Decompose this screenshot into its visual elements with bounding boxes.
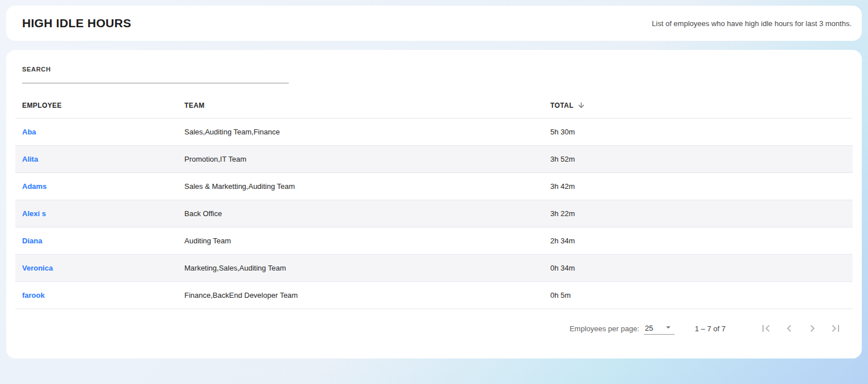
pagination-bar: Employees per page: 25 1 – 7 of 7 (15, 322, 853, 335)
employee-cell: Alexi s (15, 209, 178, 218)
search-input[interactable] (22, 73, 289, 81)
search-field: SEARCH (22, 66, 289, 83)
employee-link[interactable]: Adams (22, 182, 47, 191)
column-header-total[interactable]: TOTAL (543, 101, 853, 109)
table-body: AbaSales,Auditing Team,Finance5h 30mAlit… (15, 119, 853, 309)
table-row: DianaAuditing Team2h 34m (15, 227, 853, 255)
first-page-button[interactable] (759, 322, 773, 335)
table-row: farookFinance,BackEnd Developer Team0h 5… (15, 282, 853, 309)
table-row: Alexi sBack Office3h 22m (15, 200, 853, 227)
page-title: HIGH IDLE HOURS (22, 16, 131, 30)
employee-link[interactable]: Diana (22, 237, 42, 245)
employee-cell: Alita (15, 155, 178, 163)
employee-link[interactable]: Alita (22, 155, 38, 163)
employee-table: EMPLOYEE TEAM TOTAL AbaSales,Auditing Te… (15, 92, 853, 309)
per-page-label: Employees per page: (570, 324, 639, 333)
employee-link[interactable]: Veronica (22, 264, 53, 272)
total-cell: 0h 34m (543, 264, 853, 272)
team-cell: Back Office (178, 209, 543, 218)
per-page-value: 25 (645, 324, 653, 332)
table-header-row: EMPLOYEE TEAM TOTAL (15, 92, 853, 119)
arrow-drop-down-icon (663, 322, 673, 332)
table-row: AdamsSales & Marketting,Auditing Team3h … (15, 173, 853, 200)
total-cell: 5h 30m (543, 128, 853, 136)
previous-page-button[interactable] (782, 322, 796, 335)
total-cell: 3h 52m (543, 155, 853, 163)
previous-page-icon (782, 322, 796, 335)
total-cell: 3h 22m (543, 209, 853, 218)
column-header-employee[interactable]: EMPLOYEE (15, 102, 178, 109)
team-cell: Sales & Marketting,Auditing Team (178, 182, 543, 191)
employee-link[interactable]: farook (22, 291, 45, 299)
column-header-team[interactable]: TEAM (178, 102, 543, 109)
team-cell: Auditing Team (178, 237, 543, 245)
employee-cell: Adams (15, 182, 178, 191)
next-page-icon (806, 322, 819, 335)
last-page-icon (829, 322, 842, 335)
table-row: VeronicaMarketing,Sales,Auditing Team0h … (15, 255, 853, 282)
employee-cell: farook (15, 291, 178, 299)
arrow-downward-icon (577, 101, 585, 109)
last-page-button[interactable] (829, 322, 842, 335)
page-subtitle: List of employees who have high idle hou… (652, 19, 852, 28)
team-cell: Marketing,Sales,Auditing Team (178, 264, 543, 272)
employee-link[interactable]: Alexi s (22, 209, 46, 218)
team-cell: Sales,Auditing Team,Finance (178, 128, 543, 136)
team-cell: Promotion,IT Team (178, 155, 543, 163)
employee-link[interactable]: Aba (22, 128, 36, 136)
table-row: AbaSales,Auditing Team,Finance5h 30m (15, 119, 853, 146)
per-page-select[interactable]: 25 (644, 322, 675, 335)
page-header-card: HIGH IDLE HOURS List of employees who ha… (6, 6, 862, 41)
next-page-button[interactable] (806, 322, 819, 335)
table-row: AlitaPromotion,IT Team3h 52m (15, 146, 853, 173)
search-label: SEARCH (22, 66, 289, 73)
employee-cell: Veronica (15, 264, 178, 272)
pagination-nav (749, 322, 842, 335)
total-cell: 0h 5m (543, 291, 853, 299)
first-page-icon (759, 322, 773, 335)
total-cell: 2h 34m (543, 237, 853, 245)
team-cell: Finance,BackEnd Developer Team (178, 291, 543, 299)
employee-table-card: SEARCH EMPLOYEE TEAM TOTAL AbaSales,Audi… (6, 50, 862, 358)
total-cell: 3h 42m (543, 182, 853, 191)
pagination-range-label: 1 – 7 of 7 (695, 324, 726, 333)
employee-cell: Diana (15, 237, 178, 245)
employee-cell: Aba (15, 128, 178, 136)
